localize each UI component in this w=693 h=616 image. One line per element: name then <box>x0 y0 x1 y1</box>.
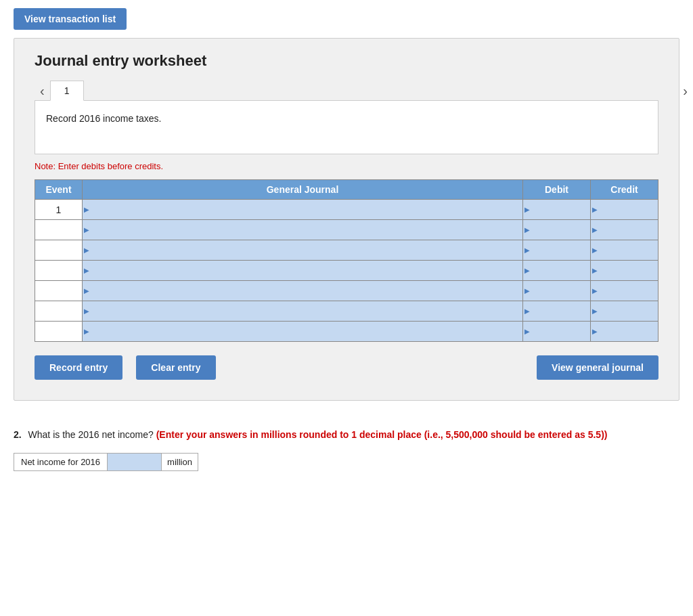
journal-input[interactable] <box>89 200 522 219</box>
net-income-label: Net income for 2016 <box>14 453 108 471</box>
journal-cell[interactable]: ▶ <box>83 200 523 220</box>
journal-input[interactable] <box>89 282 522 301</box>
table-row: ▶▶▶ <box>35 240 658 261</box>
record-entry-button[interactable]: Record entry <box>35 355 122 380</box>
credit-cell[interactable]: ▶ <box>591 261 658 281</box>
journal-input[interactable] <box>89 261 522 280</box>
journal-cell[interactable]: ▶ <box>83 281 523 301</box>
prev-tab-button[interactable]: ‹ <box>35 81 50 100</box>
debit-input[interactable] <box>530 282 590 301</box>
arrow-icon: ▶ <box>524 287 530 294</box>
question-2: 2. What is the 2016 net income? (Enter y… <box>14 428 679 442</box>
arrow-icon: ▶ <box>524 267 530 274</box>
debit-input[interactable] <box>530 221 590 240</box>
credit-input[interactable] <box>598 241 658 260</box>
event-cell <box>35 220 83 240</box>
arrow-icon: ▶ <box>524 226 530 234</box>
arrow-icon: ▶ <box>592 287 598 294</box>
header-credit: Credit <box>591 180 658 200</box>
arrow-icon: ▶ <box>592 307 598 315</box>
arrow-icon: ▶ <box>84 328 89 335</box>
net-income-input[interactable] <box>108 453 162 471</box>
arrow-icon: ▶ <box>84 246 89 254</box>
journal-cell[interactable]: ▶ <box>83 261 523 281</box>
arrow-icon: ▶ <box>592 226 598 234</box>
arrow-icon: ▶ <box>84 206 89 213</box>
credit-cell[interactable]: ▶ <box>591 240 658 261</box>
table-row: ▶▶▶ <box>35 281 658 301</box>
table-row: ▶▶▶ <box>35 322 658 342</box>
view-general-journal-button[interactable]: View general journal <box>537 355 658 380</box>
arrow-icon: ▶ <box>524 307 530 315</box>
event-cell <box>35 301 83 322</box>
credit-cell[interactable]: ▶ <box>591 301 658 322</box>
credit-input[interactable] <box>598 221 658 240</box>
note-text: Note: Enter debits before credits. <box>35 161 658 171</box>
debit-input[interactable] <box>530 241 590 260</box>
journal-input[interactable] <box>89 322 522 341</box>
arrow-icon: ▶ <box>84 287 89 294</box>
journal-input[interactable] <box>89 221 522 240</box>
arrow-icon: ▶ <box>524 246 530 254</box>
arrow-icon: ▶ <box>84 226 89 234</box>
debit-cell[interactable]: ▶ <box>523 322 591 342</box>
arrow-icon: ▶ <box>592 206 598 213</box>
debit-input[interactable] <box>530 200 590 219</box>
instruction-text: Record 2016 income taxes. <box>46 113 161 124</box>
debit-cell[interactable]: ▶ <box>523 301 591 322</box>
table-row: ▶▶▶ <box>35 301 658 322</box>
journal-cell[interactable]: ▶ <box>83 220 523 240</box>
debit-input[interactable] <box>530 261 590 280</box>
current-tab[interactable]: 1 <box>50 81 84 101</box>
event-cell <box>35 261 83 281</box>
credit-input[interactable] <box>598 302 658 321</box>
header-event: Event <box>35 180 83 200</box>
debit-cell[interactable]: ▶ <box>523 220 591 240</box>
credit-input[interactable] <box>598 261 658 280</box>
debit-input[interactable] <box>530 322 590 341</box>
credit-input[interactable] <box>598 200 658 219</box>
arrow-icon: ▶ <box>84 267 89 274</box>
credit-input[interactable] <box>598 282 658 301</box>
arrow-icon: ▶ <box>84 307 89 315</box>
event-cell <box>35 281 83 301</box>
event-cell: 1 <box>35 200 83 220</box>
journal-input[interactable] <box>89 302 522 321</box>
credit-input[interactable] <box>598 322 658 341</box>
question-text: What is the 2016 net income? <box>28 429 154 440</box>
journal-table: Event General Journal Debit Credit 1▶▶▶▶… <box>35 179 658 342</box>
net-income-row: Net income for 2016 million <box>14 453 679 471</box>
section-2: 2. What is the 2016 net income? (Enter y… <box>0 414 693 485</box>
question-number: 2. <box>14 429 22 440</box>
arrow-icon: ▶ <box>524 328 530 335</box>
event-cell <box>35 240 83 261</box>
arrow-icon: ▶ <box>592 246 598 254</box>
debit-cell[interactable]: ▶ <box>523 261 591 281</box>
debit-cell[interactable]: ▶ <box>523 281 591 301</box>
next-tab-button[interactable]: › <box>677 81 693 100</box>
arrow-icon: ▶ <box>592 328 598 335</box>
journal-cell[interactable]: ▶ <box>83 240 523 261</box>
header-debit: Debit <box>523 180 591 200</box>
credit-cell[interactable]: ▶ <box>591 220 658 240</box>
journal-cell[interactable]: ▶ <box>83 322 523 342</box>
debit-input[interactable] <box>530 302 590 321</box>
question-instruction: (Enter your answers in millions rounded … <box>156 429 608 440</box>
journal-input[interactable] <box>89 241 522 260</box>
credit-cell[interactable]: ▶ <box>591 281 658 301</box>
worksheet-title: Journal entry worksheet <box>35 52 658 70</box>
credit-cell[interactable]: ▶ <box>591 322 658 342</box>
header-journal: General Journal <box>83 180 523 200</box>
clear-entry-button[interactable]: Clear entry <box>136 355 215 380</box>
tab-navigation: ‹ 1 › <box>35 81 658 101</box>
debit-cell[interactable]: ▶ <box>523 240 591 261</box>
instruction-box: Record 2016 income taxes. <box>35 100 658 154</box>
arrow-icon: ▶ <box>524 206 530 213</box>
debit-cell[interactable]: ▶ <box>523 200 591 220</box>
credit-cell[interactable]: ▶ <box>591 200 658 220</box>
arrow-icon: ▶ <box>592 267 598 274</box>
view-transaction-button[interactable]: View transaction list <box>14 8 127 30</box>
journal-cell[interactable]: ▶ <box>83 301 523 322</box>
net-income-unit: million <box>162 453 198 471</box>
event-cell <box>35 322 83 342</box>
